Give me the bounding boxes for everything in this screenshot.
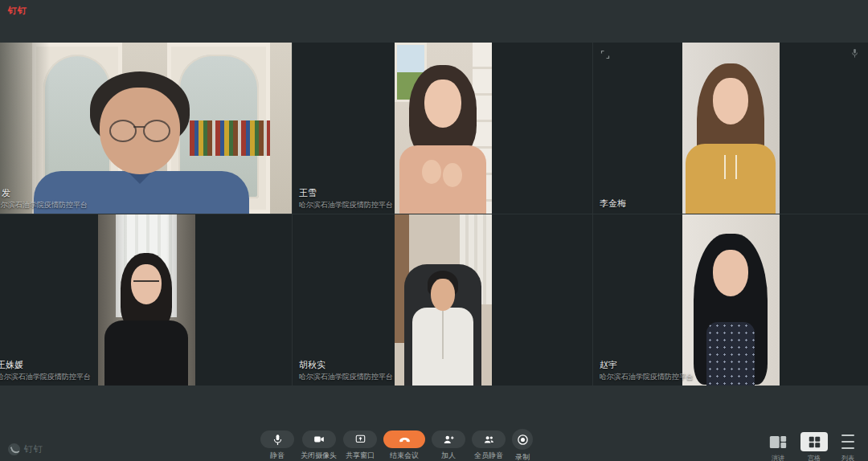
video-tile-5[interactable]: 胡秋实 哈尔滨石油学院疫情防控平台 <box>293 214 592 386</box>
expand-icon[interactable] <box>600 50 610 59</box>
add-person-label: 加人 <box>441 451 456 461</box>
mute-all-icon <box>482 434 496 446</box>
participant-video <box>682 43 780 214</box>
meeting-toolbar: 静音 关闭摄像头 共享窗口 结束会议 加人 <box>260 430 533 461</box>
participant-org: 哈尔滨石油学院疫情防控平台 <box>600 373 694 381</box>
participant-label: 王雪 哈尔滨石油学院疫情防控平台 <box>299 188 393 210</box>
end-meeting-label: 结束会议 <box>390 451 419 461</box>
share-screen-button[interactable]: 共享窗口 <box>343 430 377 461</box>
camera-icon <box>313 434 326 445</box>
mute-button[interactable]: 静音 <box>260 430 294 461</box>
participant-name: 王姝媛 <box>0 360 91 371</box>
camera-label: 关闭摄像头 <box>301 451 337 461</box>
participant-video <box>395 43 492 214</box>
microphone-icon <box>272 434 284 446</box>
view-switcher: 演讲 宫格 列表 <box>765 432 858 461</box>
participant-name: 李金梅 <box>600 198 626 210</box>
participant-name: 发 <box>0 188 88 199</box>
participant-label: 王姝媛 哈尔滨石油学院疫情防控平台 <box>0 360 91 381</box>
grid-view-label: 宫格 <box>808 454 821 461</box>
microphone-status-icon <box>850 48 859 59</box>
participant-name: 赵宇 <box>600 360 694 371</box>
mute-label: 静音 <box>270 451 285 461</box>
mute-all-button[interactable]: 全员静音 <box>472 430 506 461</box>
record-button[interactable]: 录制 <box>512 430 533 461</box>
participant-label: 李金梅 <box>600 198 626 210</box>
video-tile-6[interactable]: 赵宇 哈尔滨石油学院疫情防控平台 <box>593 214 868 386</box>
video-tile-1[interactable]: 发 哈尔滨石油学院疫情防控平台 <box>0 43 292 214</box>
speaker-view-button[interactable]: 演讲 <box>765 432 791 461</box>
video-tile-3[interactable]: 李金梅 <box>593 43 868 214</box>
dingtalk-brand: 钉钉 <box>8 443 43 455</box>
participant-label: 赵宇 哈尔滨石油学院疫情防控平台 <box>600 360 694 381</box>
participant-name: 胡秋实 <box>299 360 393 371</box>
speaker-view-icon <box>769 435 787 449</box>
participant-video <box>395 214 492 386</box>
mute-all-label: 全员静音 <box>474 451 503 461</box>
video-grid: 发 哈尔滨石油学院疫情防控平台 王雪 哈尔滨石油学院疫情防控平台 <box>0 43 868 386</box>
participant-video <box>98 214 195 386</box>
add-person-button[interactable]: 加人 <box>432 430 465 461</box>
participant-org: 哈尔滨石油学院疫情防控平台 <box>299 373 393 381</box>
share-screen-label: 共享窗口 <box>346 451 375 461</box>
video-tile-2[interactable]: 王雪 哈尔滨石油学院疫情防控平台 <box>293 43 592 214</box>
dingtalk-logo-icon <box>8 443 20 455</box>
participant-org: 哈尔滨石油学院疫情防控平台 <box>0 373 91 381</box>
share-screen-icon <box>354 434 366 445</box>
participant-label: 发 哈尔滨石油学院疫情防控平台 <box>0 188 88 210</box>
end-call-icon <box>398 433 411 447</box>
grid-view-icon <box>809 436 821 448</box>
participant-org: 哈尔滨石油学院疫情防控平台 <box>0 201 88 210</box>
list-view-icon <box>837 432 858 451</box>
add-person-icon <box>442 434 455 446</box>
dingtalk-watermark: 钉钉 <box>8 5 27 17</box>
participant-label: 胡秋实 哈尔滨石油学院疫情防控平台 <box>299 360 393 381</box>
camera-button[interactable]: 关闭摄像头 <box>301 430 337 461</box>
participant-org: 哈尔滨石油学院疫情防控平台 <box>299 201 393 210</box>
record-label: 录制 <box>515 452 530 461</box>
video-tile-4[interactable]: 王姝媛 哈尔滨石油学院疫情防控平台 <box>0 214 292 386</box>
record-icon <box>516 433 530 447</box>
list-view-button[interactable]: 列表 <box>837 432 858 461</box>
brand-text: 钉钉 <box>24 443 43 455</box>
speaker-view-label: 演讲 <box>772 454 784 461</box>
list-view-label: 列表 <box>841 454 854 461</box>
end-meeting-button[interactable]: 结束会议 <box>383 430 425 461</box>
participant-video <box>682 214 780 386</box>
grid-view-button[interactable]: 宫格 <box>800 432 828 461</box>
participant-name: 王雪 <box>299 188 393 199</box>
